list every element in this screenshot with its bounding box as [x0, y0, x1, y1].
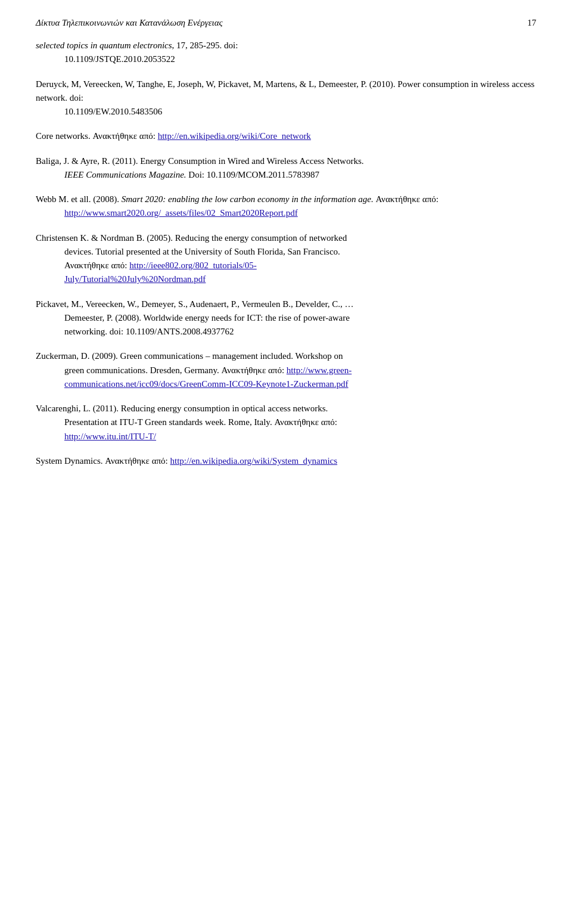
ref4-journal: IEEE Communications Magazine. Doi: 10.11… — [64, 168, 536, 182]
ref6-link2: July/Tutorial%20July%20Nordman.pdf — [64, 272, 536, 286]
reference-7: Pickavet, M., Vereecken, W., Demeyer, S.… — [36, 297, 536, 339]
ref3-text: Core networks. Ανακτήθηκε από: http://en… — [36, 129, 536, 143]
ref8-link2: communications.net/icc09/docs/GreenComm-… — [64, 377, 536, 391]
ref9-link[interactable]: http://www.itu.int/ITU-T/ — [64, 432, 156, 441]
ref8-link1[interactable]: http://www.green- — [287, 365, 352, 375]
ref10-link[interactable]: http://en.wikipedia.org/wiki/System_dyna… — [170, 456, 338, 466]
ref1-rest: , 17, 285-295. doi: — [172, 41, 238, 50]
ref9-text2: Presentation at ITU-T Green standards we… — [64, 416, 536, 429]
reference-8: Zuckerman, D. (2009). Green communicatio… — [36, 349, 536, 391]
ref8-text2: green communications. Dresden, Germany. … — [64, 364, 536, 377]
ref5-link-line: http://www.smart2020.org/_assets/files/0… — [64, 206, 536, 220]
ref1-doi: 10.1109/JSTQE.2010.2053522 — [64, 52, 536, 66]
header-title: Δίκτυα Τηλεπικοινωνιών και Κατανάλωση Εν… — [36, 18, 223, 28]
ref9-text: Valcarenghi, L. (2011). Reducing energy … — [36, 402, 536, 416]
ref10-text: System Dynamics. Ανακτήθηκε από: http://… — [36, 454, 536, 468]
ref1-text: selected topics in quantum electronics, … — [36, 39, 536, 52]
ref2-doi: 10.1109/EW.2010.5483506 — [64, 105, 536, 119]
references-content: selected topics in quantum electronics, … — [36, 39, 536, 468]
ref7-text2: Demeester, P. (2008). Worldwide energy n… — [64, 311, 536, 325]
ref6-retrieved: Ανακτήθηκε από: http://ieee802.org/802_t… — [64, 259, 536, 272]
ref6-text2: devices. Tutorial presented at the Unive… — [64, 245, 536, 259]
ref9-link-line: http://www.itu.int/ITU-T/ — [64, 430, 536, 444]
ref2-text: Deruyck, M, Vereecken, W, Tanghe, E, Jos… — [36, 77, 536, 106]
page-header: Δίκτυα Τηλεπικοινωνιών και Κατανάλωση Εν… — [36, 18, 536, 28]
reference-3: Core networks. Ανακτήθηκε από: http://en… — [36, 129, 536, 143]
ref1-italic: selected topics in quantum electronics — [36, 41, 172, 50]
ref4-italic: IEEE Communications Magazine. — [64, 170, 186, 179]
ref7-text3: networking. doi: 10.1109/ANTS.2008.49377… — [64, 325, 536, 339]
reference-4: Baliga, J. & Ayre, R. (2011). Energy Con… — [36, 154, 536, 182]
ref6-link[interactable]: http://ieee802.org/802_tutorials/05- — [129, 261, 256, 270]
reference-6: Christensen K. & Nordman B. (2005). Redu… — [36, 231, 536, 287]
ref8-link2-a[interactable]: communications.net/icc09/docs/GreenComm-… — [64, 379, 349, 389]
page-number: 17 — [527, 18, 536, 28]
ref6-text: Christensen K. & Nordman B. (2005). Redu… — [36, 231, 536, 245]
reference-5: Webb M. et all. (2008). Smart 2020: enab… — [36, 193, 536, 221]
ref4-text: Baliga, J. & Ayre, R. (2011). Energy Con… — [36, 154, 536, 168]
ref6-link-cont[interactable]: July/Tutorial%20July%20Nordman.pdf — [64, 274, 206, 284]
ref5-link[interactable]: http://www.smart2020.org/_assets/files/0… — [64, 208, 298, 218]
ref5-text: Webb M. et all. (2008). Smart 2020: enab… — [36, 193, 536, 206]
ref3-link[interactable]: http://en.wikipedia.org/wiki/Core_networ… — [158, 131, 311, 141]
ref5-italic: Smart 2020: enabling the low carbon econ… — [122, 194, 374, 204]
reference-9: Valcarenghi, L. (2011). Reducing energy … — [36, 402, 536, 444]
ref8-text: Zuckerman, D. (2009). Green communicatio… — [36, 349, 536, 363]
reference-10: System Dynamics. Ανακτήθηκε από: http://… — [36, 454, 536, 468]
reference-1: selected topics in quantum electronics, … — [36, 39, 536, 67]
ref7-text: Pickavet, M., Vereecken, W., Demeyer, S.… — [36, 297, 536, 311]
reference-2: Deruyck, M, Vereecken, W, Tanghe, E, Jos… — [36, 77, 536, 119]
